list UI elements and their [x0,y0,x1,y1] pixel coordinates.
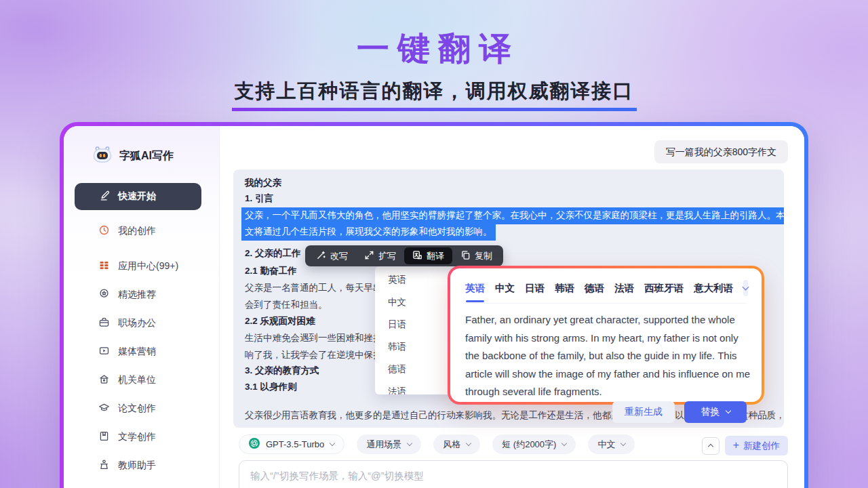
book-icon [98,430,110,444]
selected-text-line2[interactable]: 文将通过几个生活片段，展现我父亲的形象和他对我的影响。 [241,224,496,241]
replace-label: 替换 [701,406,720,418]
output-language-label: 中文 [597,439,615,451]
collapse-button[interactable] [702,437,719,455]
tab-english[interactable]: 英语 [465,282,485,295]
scene-label: 通用场景 [366,439,401,451]
doc-heading-intro: 1. 引言 [245,192,273,205]
plus-icon: + [733,440,739,451]
app-logo: 字狐AI写作 [64,145,219,167]
style-select[interactable]: 风格 [433,434,480,454]
app-name: 字狐AI写作 [119,149,174,163]
expand-button[interactable]: 扩写 [356,247,404,264]
chevron-down-icon [725,408,730,413]
chevron-down-icon [330,441,335,446]
sidebar-item-quick-start[interactable]: 快速开始 [75,183,201,210]
app-grid-icon [98,260,110,273]
translate-label: 翻译 [427,250,444,262]
page: 一键翻译 支持上百种语言的翻译，调用权威翻译接口 [0,0,868,488]
page-title: 一键翻译 [0,27,868,70]
composer-controls: GPT-3.5-Turbo 通用场景 风格 短 (约2000字) 中文 [239,434,635,454]
sidebar-item-featured[interactable]: 精选推荐 [64,281,219,309]
briefcase-icon [98,317,110,330]
tab-chinese[interactable]: 中文 [495,282,515,295]
star-badge-icon [98,288,110,302]
sidebar-item-media[interactable]: 媒体营销 [64,338,219,366]
new-creation-label: 新建创作 [743,440,780,452]
model-label: GPT-3.5-Turbo [266,439,324,449]
doc-heading-work1: 2.1 勤奋工作 [245,265,297,277]
magic-wand-icon [316,250,326,262]
chevron-down-icon [466,441,471,446]
sidebar-item-teacher[interactable]: 教师助手 [64,451,219,480]
tab-japanese[interactable]: 日语 [525,282,545,295]
expand-arrows-icon [364,250,374,262]
doc-paragraph: 响了我，让我学会了在逆境中保持 [245,349,382,361]
translation-text: Father, an ordinary yet great character,… [465,311,753,401]
doc-title: 我的父亲 [245,177,281,189]
copy-icon [460,250,471,262]
copy-button[interactable]: 复制 [452,247,500,264]
selection-toolbar: 改写 扩写 翻译 复制 [305,245,503,266]
pen-icon [99,190,111,203]
rewrite-label: 改写 [330,250,348,262]
doc-paragraph: 会到了责任和担当。 [245,299,328,311]
sidebar-item-app-center[interactable]: 应用中心(99+) [64,252,219,281]
rewrite-button[interactable]: 改写 [308,247,356,264]
building-icon [98,373,110,387]
chevron-down-icon [561,441,567,446]
replace-button[interactable]: 替换 [684,401,747,423]
chevron-up-icon [707,444,713,449]
selected-text-line1[interactable]: 父亲，一个平凡而又伟大的角色，他用坚实的臂膀撑起了整个家。在我心中，父亲不仅是家… [241,207,784,224]
sidebar-item-label: 媒体营销 [118,346,156,358]
scene-select[interactable]: 通用场景 [357,434,421,454]
doc-heading-work: 2. 父亲的工作 [245,247,301,260]
length-select[interactable]: 短 (约2000字) [492,434,576,454]
copy-label: 复制 [475,250,492,262]
style-label: 风格 [443,439,460,451]
regenerate-button[interactable]: 重新生成 [612,401,675,423]
tab-french[interactable]: 法语 [614,282,634,295]
sidebar-item-label: 应用中心(99+) [118,260,178,272]
more-languages-button[interactable] [743,280,748,296]
language-tabs: 英语 中文 日语 韩语 德语 法语 西班牙语 意大利语 [465,280,747,304]
teacher-podium-icon [98,459,110,472]
chevron-down-icon [620,441,626,446]
tab-spanish[interactable]: 西班牙语 [644,282,684,295]
doc-paragraph: 父亲是一名普通的工人，每天早出 [245,282,382,294]
sidebar-item-workplace[interactable]: 职场办公 [64,309,219,338]
doc-heading-edu: 3. 父亲的教育方式 [245,365,319,377]
popup-actions: 重新生成 替换 [465,401,747,423]
composer-input[interactable] [239,460,788,488]
clock-icon [98,224,110,238]
sidebar-item-government[interactable]: 机关单位 [64,366,219,394]
tab-korean[interactable]: 韩语 [555,282,574,295]
tab-german[interactable]: 德语 [585,282,604,295]
robot-logo-icon [92,145,113,167]
sidebar-item-label: 文学创作 [118,431,156,443]
sidebar-item-label: 教师助手 [118,460,156,472]
sidebar-item-label: 机关单位 [118,374,156,386]
sidebar-item-my-creations[interactable]: 我的创作 [64,217,219,245]
sidebar-item-literature[interactable]: 文学创作 [64,423,219,451]
chevron-down-icon [407,441,412,446]
new-creation-button[interactable]: + 新建创作 [725,436,788,455]
doc-heading-edu1: 3.1 以身作则 [245,381,297,393]
model-select[interactable]: GPT-3.5-Turbo [239,434,344,454]
page-subtitle: 支持上百种语言的翻译，调用权威翻译接口 [232,78,637,111]
expand-label: 扩写 [378,250,396,262]
translate-button[interactable]: 翻译 [404,247,452,264]
sidebar-item-label: 我的创作 [118,225,156,237]
sidebar-item-thesis[interactable]: 论文创作 [64,394,219,423]
length-label: 短 (约2000字) [502,439,556,451]
tab-italian[interactable]: 意大利语 [694,282,733,295]
prompt-chip[interactable]: 写一篇我的父亲800字作文 [654,140,788,163]
translate-popup-body: 英语 中文 日语 韩语 德语 法语 西班牙语 意大利语 Father, an o… [450,268,762,402]
video-play-icon [98,345,110,359]
sidebar-item-label: 职场办公 [118,317,156,329]
page-subtitle-wrap: 支持上百种语言的翻译，调用权威翻译接口 [0,78,868,111]
chevron-down-icon [743,284,749,291]
translate-popup: 英语 中文 日语 韩语 德语 法语 西班牙语 意大利语 Father, an o… [448,266,764,405]
sidebar: 字狐AI写作 快速开始 我的创作 [64,126,220,488]
output-language-select[interactable]: 中文 [588,434,635,454]
doc-paragraph: 生活中难免会遇到一些困难和挫折 [245,332,382,344]
